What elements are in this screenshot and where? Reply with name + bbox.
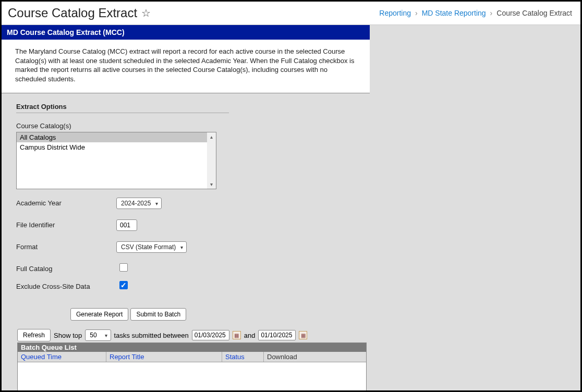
between-label: tasks submitted between [114,332,189,339]
batch-queue-header: Queued Time Report Title Status Download [18,352,366,362]
list-item[interactable]: Campus District Wide [17,142,207,152]
submit-to-batch-button[interactable]: Submit to Batch [130,308,186,321]
format-label: Format [16,241,116,251]
file-identifier-label: File Identifier [16,219,116,229]
course-catalogs-items: All Catalogs Campus District Wide [17,132,207,189]
course-catalogs-label: Course Catalog(s) [16,120,116,130]
main-panel: MD Course Catalog Extract (MCC) The Mary… [2,25,370,392]
academic-year-value: 2024-2025 [121,200,151,207]
page-title-text: Course Catalog Extract [8,6,137,20]
course-catalogs-listbox[interactable]: All Catalogs Campus District Wide ▴ ▾ [16,132,216,189]
action-buttons: Generate Report Submit to Batch [70,308,370,321]
field-course-catalogs: Course Catalog(s) [16,120,370,130]
show-top-value: 50 [90,332,96,339]
breadcrumb: Reporting › MD State Reporting › Course … [379,9,572,17]
col-download: Download [264,352,366,362]
divider [16,113,229,113]
list-item[interactable]: All Catalogs [17,132,207,142]
field-exclude-cross-site: Exclude Cross-Site Data ✓ [16,281,370,290]
top-bar: Course Catalog Extract ☆ Reporting › MD … [2,2,580,25]
calendar-icon[interactable]: ▦ [233,331,241,339]
academic-year-select[interactable]: 2024-2025 [116,198,162,209]
col-report-title[interactable]: Report Title [110,353,144,361]
chevron-right-icon: › [490,9,493,17]
calendar-icon[interactable]: ▦ [299,331,307,339]
full-catalog-label: Full Catalog [16,263,116,273]
scroll-up-icon[interactable]: ▴ [207,132,216,141]
date-to-input[interactable] [258,330,296,340]
refresh-button[interactable]: Refresh [17,329,51,341]
extract-options-heading: Extract Options [16,103,370,111]
batch-queue-table: Batch Queue List Queued Time Report Titl… [17,342,367,392]
full-catalog-checkbox[interactable] [119,263,128,272]
extract-options-area: Extract Options Course Catalog(s) All Ca… [2,93,370,392]
chevron-right-icon: › [415,9,418,17]
page-title: Course Catalog Extract ☆ [8,6,151,20]
field-file-identifier: File Identifier [16,219,370,231]
listbox-scrollbar[interactable]: ▴ ▾ [207,132,216,189]
generate-report-button[interactable]: Generate Report [70,308,128,321]
field-academic-year: Academic Year 2024-2025 [16,198,370,209]
file-identifier-input[interactable] [116,219,137,231]
col-queued-time[interactable]: Queued Time [21,353,62,361]
academic-year-label: Academic Year [16,198,116,207]
format-select[interactable]: CSV (State Format) [116,241,187,253]
batch-queue-title: Batch Queue List [18,343,366,352]
show-top-select[interactable]: 50 [85,329,111,341]
batch-queue-controls: Refresh Show top 50 tasks submitted betw… [17,329,370,341]
favorite-star-icon[interactable]: ☆ [141,7,151,19]
breadcrumb-reporting[interactable]: Reporting [379,9,411,17]
breadcrumb-state-reporting[interactable]: MD State Reporting [422,9,486,17]
date-from-input[interactable] [192,330,229,340]
format-value: CSV (State Format) [121,243,176,251]
show-top-label: Show top [54,332,82,339]
exclude-cross-site-label: Exclude Cross-Site Data [16,281,116,290]
scroll-down-icon[interactable]: ▾ [207,180,216,189]
section-header: MD Course Catalog Extract (MCC) [2,25,370,40]
section-description: The Maryland Course Catalog (MCC) extrac… [2,40,370,93]
field-full-catalog: Full Catalog [16,263,370,273]
col-status[interactable]: Status [225,353,245,361]
batch-queue-body [18,362,366,392]
and-label: and [244,332,256,339]
breadcrumb-current: Course Catalog Extract [496,9,572,17]
field-format: Format CSV (State Format) [16,241,370,253]
exclude-cross-site-checkbox[interactable]: ✓ [119,281,128,289]
course-catalogs-listbox-wrap: All Catalogs Campus District Wide ▴ ▾ [16,132,370,189]
